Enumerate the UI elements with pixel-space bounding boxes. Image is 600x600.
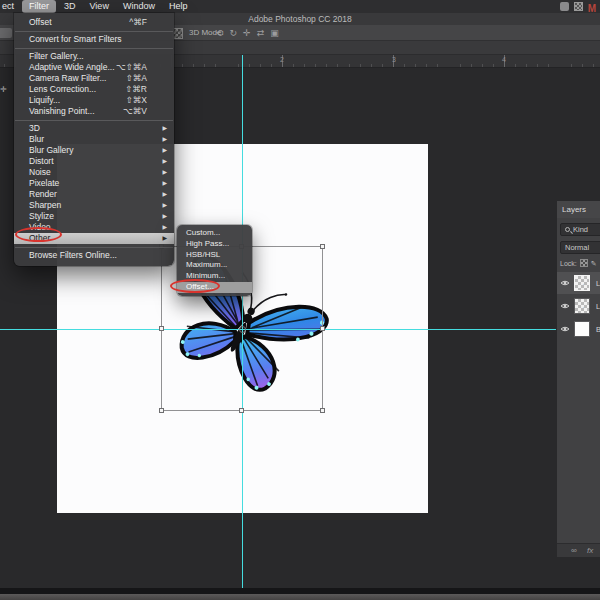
menu-separator	[15, 247, 173, 248]
checkerboard-icon[interactable]	[574, 2, 583, 11]
transform-handle-mid-right[interactable]	[320, 326, 325, 331]
submenu-arrow-icon: ▶	[162, 189, 167, 200]
blend-mode-dropdown[interactable]: Normal	[560, 241, 600, 254]
red-circle-annotation-offset	[170, 279, 220, 293]
menu-item-label: Vanishing Point...	[29, 106, 95, 116]
menubar-item-3d[interactable]: 3D	[57, 0, 83, 13]
menu-item-stylize[interactable]: Stylize▶	[14, 211, 174, 222]
menu-item-convert-smart-filters[interactable]: Convert for Smart Filters	[14, 34, 174, 45]
red-circle-annotation-other	[15, 227, 62, 242]
menu-item-camera-raw-filter[interactable]: Camera Raw Filter... ⇧⌘A	[14, 73, 174, 84]
ruler-tick-label: 3	[392, 56, 396, 63]
panel-tab-bar: Layers	[557, 201, 600, 218]
m-logo-icon[interactable]: M	[588, 2, 596, 11]
menu-item-browse-filters-online[interactable]: Browse Filters Online...	[14, 250, 174, 261]
menu-item-label: Browse Filters Online...	[29, 250, 117, 260]
menu-item-filter-gallery[interactable]: Filter Gallery...	[14, 51, 174, 62]
menu-item-label: Noise	[29, 167, 51, 177]
layers-tab[interactable]: Layers	[557, 201, 600, 218]
menu-shortcut: ⇧⌘A	[126, 73, 147, 84]
layer-filter-kind-dropdown[interactable]: Kind	[560, 223, 600, 236]
layer-visibility-icon[interactable]	[560, 302, 570, 310]
menu-item-adaptive-wide-angle[interactable]: Adaptive Wide Angle... ⌥⇧⌘A	[14, 62, 174, 73]
3d-pan-icon[interactable]: ✛	[243, 28, 251, 38]
3d-camera-icon[interactable]: ▣	[270, 28, 279, 38]
blend-mode-value: Normal	[565, 243, 589, 252]
menu-shortcut: ⇧⌘X	[126, 95, 147, 106]
3d-roll-icon[interactable]: ↻	[230, 28, 238, 38]
menubar-item-window[interactable]: Window	[116, 0, 162, 13]
submenu-arrow-icon: ▶	[162, 145, 167, 156]
link-layers-icon[interactable]: ∞	[571, 544, 577, 557]
menu-item-pixelate[interactable]: Pixelate▶	[14, 178, 174, 189]
menu-item-label: Adaptive Wide Angle...	[29, 62, 115, 72]
layer-name[interactable]: L	[596, 279, 600, 288]
layer-thumbnail[interactable]	[574, 321, 590, 337]
transform-handle-mid-left[interactable]	[159, 326, 164, 331]
transform-handle-bottom-left[interactable]	[159, 408, 164, 413]
menu-bar: ect Filter 3D View Window Help M	[0, 0, 600, 13]
layer-row[interactable]: B	[557, 318, 600, 340]
menu-item-offset-recent[interactable]: Offset ^⌘F	[14, 17, 174, 28]
search-icon	[565, 227, 570, 232]
menubar-status-icon[interactable]	[560, 2, 569, 11]
layer-visibility-icon[interactable]	[560, 279, 570, 287]
transform-handle-top-right[interactable]	[320, 244, 325, 249]
layer-row[interactable]: L	[557, 295, 600, 317]
submenu-arrow-icon: ▶	[162, 167, 167, 178]
3d-orbit-icon[interactable]: ⟲	[216, 28, 224, 38]
3d-slide-icon[interactable]: ⇄	[257, 28, 265, 38]
layer-visibility-icon[interactable]	[560, 325, 570, 333]
transform-handle-bottom-mid[interactable]	[239, 408, 244, 413]
menu-item-liquify[interactable]: Liquify... ⇧⌘X	[14, 95, 174, 106]
kind-label: Kind	[573, 225, 588, 234]
menu-separator	[15, 48, 173, 49]
transform-reference-point[interactable]	[238, 325, 246, 333]
submenu-arrow-icon: ▶	[162, 222, 167, 233]
submenu-arrow-icon: ▶	[162, 123, 167, 134]
menu-item-noise[interactable]: Noise▶	[14, 167, 174, 178]
layer-thumbnail[interactable]	[574, 298, 590, 314]
submenu-arrow-icon: ▶	[162, 178, 167, 189]
lock-transparency-icon[interactable]	[580, 259, 588, 267]
lock-row: Lock:✎	[560, 259, 600, 269]
tool-preset-icon[interactable]	[0, 28, 12, 38]
submenu-arrow-icon: ▶	[162, 233, 167, 244]
submenu-arrow-icon: ▶	[162, 211, 167, 222]
menu-item-label: Lens Correction...	[29, 84, 96, 94]
menu-item-blur[interactable]: Blur▶	[14, 134, 174, 145]
menu-item-blur-gallery[interactable]: Blur Gallery▶	[14, 145, 174, 156]
photoshop-screen: ect Filter 3D View Window Help M Adobe P…	[0, 0, 600, 600]
menu-item-label: Blur Gallery	[29, 145, 73, 155]
menu-shortcut: ⌥⌘V	[123, 106, 147, 117]
layer-name[interactable]: L	[596, 302, 600, 311]
submenu-item-high-pass[interactable]: High Pass...	[177, 239, 252, 250]
submenu-arrow-icon: ▶	[162, 200, 167, 211]
layer-row[interactable]: L	[557, 272, 600, 294]
menu-item-label: Render	[29, 189, 57, 199]
layers-panel: Layers Kind Normal Lock:✎ L L B ∞	[557, 201, 600, 557]
submenu-item-hsb-hsl[interactable]: HSB/HSL	[177, 250, 252, 261]
menu-item-3d[interactable]: 3D▶	[14, 123, 174, 134]
layer-fx-icon[interactable]: fx	[587, 544, 593, 557]
menu-item-label: Distort	[29, 156, 54, 166]
layer-thumbnail[interactable]	[574, 275, 590, 291]
menu-item-distort[interactable]: Distort▶	[14, 156, 174, 167]
menu-item-label: 3D	[29, 123, 40, 133]
menu-item-label: Camera Raw Filter...	[29, 73, 106, 83]
menubar-item-help[interactable]: Help	[162, 0, 195, 13]
submenu-item-maximum[interactable]: Maximum...	[177, 260, 252, 271]
menu-item-vanishing-point[interactable]: Vanishing Point... ⌥⌘V	[14, 106, 174, 117]
lock-pixels-icon[interactable]: ✎	[591, 260, 597, 267]
submenu-item-custom[interactable]: Custom...	[177, 228, 252, 239]
ruler-tick-label: 4	[502, 56, 506, 63]
transform-handle-bottom-right[interactable]	[320, 408, 325, 413]
menu-shortcut: ⌥⇧⌘A	[116, 62, 147, 73]
menubar-item-select-partial[interactable]: ect	[0, 0, 21, 13]
menu-item-render[interactable]: Render▶	[14, 189, 174, 200]
menubar-item-filter[interactable]: Filter	[22, 0, 56, 13]
menu-item-lens-correction[interactable]: Lens Correction... ⇧⌘R	[14, 84, 174, 95]
menubar-item-view[interactable]: View	[83, 0, 116, 13]
menu-item-sharpen[interactable]: Sharpen▶	[14, 200, 174, 211]
layer-name[interactable]: B	[596, 325, 600, 334]
